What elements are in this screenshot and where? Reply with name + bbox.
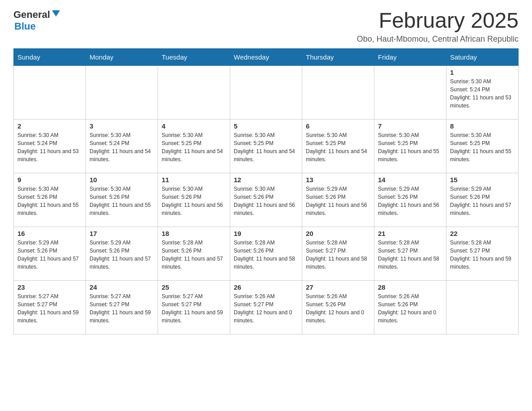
day-info: Sunrise: 5:27 AMSunset: 5:27 PMDaylight:… xyxy=(162,292,226,325)
day-info: Sunrise: 5:30 AMSunset: 5:24 PMDaylight:… xyxy=(90,131,154,163)
col-wednesday: Wednesday xyxy=(230,48,302,65)
table-row xyxy=(302,65,374,119)
table-row: 20Sunrise: 5:28 AMSunset: 5:27 PMDayligh… xyxy=(302,227,374,280)
table-row xyxy=(446,280,519,334)
day-info: Sunrise: 5:30 AMSunset: 5:25 PMDaylight:… xyxy=(450,131,515,163)
day-number: 15 xyxy=(450,176,515,184)
day-info: Sunrise: 5:27 AMSunset: 5:27 PMDaylight:… xyxy=(17,292,82,325)
table-row: 10Sunrise: 5:30 AMSunset: 5:26 PMDayligh… xyxy=(86,173,158,227)
table-row xyxy=(230,65,302,119)
calendar-table: Sunday Monday Tuesday Wednesday Thursday… xyxy=(13,48,519,334)
day-info: Sunrise: 5:27 AMSunset: 5:27 PMDaylight:… xyxy=(90,292,154,325)
day-number: 3 xyxy=(90,122,154,130)
day-info: Sunrise: 5:26 AMSunset: 5:27 PMDaylight:… xyxy=(234,292,298,325)
day-number: 28 xyxy=(378,283,442,291)
day-number: 16 xyxy=(17,230,82,237)
day-number: 21 xyxy=(378,230,442,237)
day-info: Sunrise: 5:30 AMSunset: 5:24 PMDaylight:… xyxy=(17,131,82,163)
table-row: 21Sunrise: 5:28 AMSunset: 5:27 PMDayligh… xyxy=(374,227,446,280)
table-row: 9Sunrise: 5:30 AMSunset: 5:26 PMDaylight… xyxy=(14,173,86,227)
day-number: 12 xyxy=(234,176,298,184)
day-info: Sunrise: 5:28 AMSunset: 5:27 PMDaylight:… xyxy=(378,239,442,271)
month-title: February 2025 xyxy=(357,9,519,33)
table-row: 17Sunrise: 5:29 AMSunset: 5:26 PMDayligh… xyxy=(86,227,158,280)
day-number: 14 xyxy=(378,176,442,184)
day-info: Sunrise: 5:29 AMSunset: 5:26 PMDaylight:… xyxy=(90,239,154,271)
calendar-week-row: 16Sunrise: 5:29 AMSunset: 5:26 PMDayligh… xyxy=(14,227,519,280)
col-sunday: Sunday xyxy=(14,48,86,65)
table-row: 15Sunrise: 5:29 AMSunset: 5:26 PMDayligh… xyxy=(446,173,519,227)
table-row: 11Sunrise: 5:30 AMSunset: 5:26 PMDayligh… xyxy=(158,173,230,227)
day-info: Sunrise: 5:29 AMSunset: 5:26 PMDaylight:… xyxy=(450,185,515,217)
day-number: 9 xyxy=(17,176,82,184)
table-row: 16Sunrise: 5:29 AMSunset: 5:26 PMDayligh… xyxy=(14,227,86,280)
day-info: Sunrise: 5:30 AMSunset: 5:26 PMDaylight:… xyxy=(90,185,154,217)
day-info: Sunrise: 5:29 AMSunset: 5:26 PMDaylight:… xyxy=(17,239,82,271)
day-number: 11 xyxy=(162,176,226,184)
day-info: Sunrise: 5:28 AMSunset: 5:26 PMDaylight:… xyxy=(162,239,226,271)
table-row: 27Sunrise: 5:26 AMSunset: 5:26 PMDayligh… xyxy=(302,280,374,334)
table-row: 5Sunrise: 5:30 AMSunset: 5:25 PMDaylight… xyxy=(230,119,302,173)
day-info: Sunrise: 5:28 AMSunset: 5:27 PMDaylight:… xyxy=(306,239,370,271)
table-row: 19Sunrise: 5:28 AMSunset: 5:26 PMDayligh… xyxy=(230,227,302,280)
day-info: Sunrise: 5:29 AMSunset: 5:26 PMDaylight:… xyxy=(378,185,442,217)
table-row xyxy=(14,65,86,119)
table-row: 23Sunrise: 5:27 AMSunset: 5:27 PMDayligh… xyxy=(14,280,86,334)
day-info: Sunrise: 5:30 AMSunset: 5:25 PMDaylight:… xyxy=(378,131,442,163)
day-number: 13 xyxy=(306,176,370,184)
calendar-week-row: 1Sunrise: 5:30 AMSunset: 5:24 PMDaylight… xyxy=(14,65,519,119)
title-section: February 2025 Obo, Haut-Mbomou, Central … xyxy=(357,9,519,44)
table-row xyxy=(86,65,158,119)
table-row: 18Sunrise: 5:28 AMSunset: 5:26 PMDayligh… xyxy=(158,227,230,280)
day-number: 4 xyxy=(162,122,226,130)
day-number: 5 xyxy=(234,122,298,130)
table-row: 14Sunrise: 5:29 AMSunset: 5:26 PMDayligh… xyxy=(374,173,446,227)
table-row: 12Sunrise: 5:30 AMSunset: 5:26 PMDayligh… xyxy=(230,173,302,227)
col-thursday: Thursday xyxy=(302,48,374,65)
table-row: 2Sunrise: 5:30 AMSunset: 5:24 PMDaylight… xyxy=(14,119,86,173)
table-row xyxy=(374,65,446,119)
col-friday: Friday xyxy=(374,48,446,65)
table-row: 25Sunrise: 5:27 AMSunset: 5:27 PMDayligh… xyxy=(158,280,230,334)
day-number: 26 xyxy=(234,283,298,291)
table-row: 26Sunrise: 5:26 AMSunset: 5:27 PMDayligh… xyxy=(230,280,302,334)
day-info: Sunrise: 5:30 AMSunset: 5:25 PMDaylight:… xyxy=(162,131,226,163)
day-number: 7 xyxy=(378,122,442,130)
table-row: 22Sunrise: 5:28 AMSunset: 5:27 PMDayligh… xyxy=(446,227,519,280)
day-number: 23 xyxy=(17,283,82,291)
col-saturday: Saturday xyxy=(446,48,519,65)
table-row: 1Sunrise: 5:30 AMSunset: 5:24 PMDaylight… xyxy=(446,65,519,119)
calendar-header-row: Sunday Monday Tuesday Wednesday Thursday… xyxy=(14,48,519,65)
table-row: 28Sunrise: 5:26 AMSunset: 5:26 PMDayligh… xyxy=(374,280,446,334)
table-row: 4Sunrise: 5:30 AMSunset: 5:25 PMDaylight… xyxy=(158,119,230,173)
table-row: 24Sunrise: 5:27 AMSunset: 5:27 PMDayligh… xyxy=(86,280,158,334)
day-number: 27 xyxy=(306,283,370,291)
calendar-week-row: 9Sunrise: 5:30 AMSunset: 5:26 PMDaylight… xyxy=(14,173,519,227)
col-tuesday: Tuesday xyxy=(158,48,230,65)
day-info: Sunrise: 5:30 AMSunset: 5:24 PMDaylight:… xyxy=(450,77,515,110)
table-row: 3Sunrise: 5:30 AMSunset: 5:24 PMDaylight… xyxy=(86,119,158,173)
day-info: Sunrise: 5:30 AMSunset: 5:25 PMDaylight:… xyxy=(234,131,298,163)
day-number: 2 xyxy=(17,122,82,130)
day-number: 6 xyxy=(306,122,370,130)
day-number: 19 xyxy=(234,230,298,237)
day-number: 17 xyxy=(90,230,154,237)
day-number: 25 xyxy=(162,283,226,291)
day-info: Sunrise: 5:29 AMSunset: 5:26 PMDaylight:… xyxy=(306,185,370,217)
day-number: 8 xyxy=(450,122,515,130)
logo-blue-text: Blue xyxy=(14,21,36,32)
day-info: Sunrise: 5:28 AMSunset: 5:27 PMDaylight:… xyxy=(450,239,515,271)
day-number: 24 xyxy=(90,283,154,291)
day-info: Sunrise: 5:30 AMSunset: 5:26 PMDaylight:… xyxy=(17,185,82,217)
day-number: 10 xyxy=(90,176,154,184)
table-row: 7Sunrise: 5:30 AMSunset: 5:25 PMDaylight… xyxy=(374,119,446,173)
col-monday: Monday xyxy=(86,48,158,65)
table-row: 6Sunrise: 5:30 AMSunset: 5:25 PMDaylight… xyxy=(302,119,374,173)
day-number: 18 xyxy=(162,230,226,237)
day-number: 1 xyxy=(450,68,515,76)
day-number: 20 xyxy=(306,230,370,237)
day-info: Sunrise: 5:30 AMSunset: 5:26 PMDaylight:… xyxy=(162,185,226,217)
calendar-week-row: 23Sunrise: 5:27 AMSunset: 5:27 PMDayligh… xyxy=(14,280,519,334)
calendar-week-row: 2Sunrise: 5:30 AMSunset: 5:24 PMDaylight… xyxy=(14,119,519,173)
logo-arrow-icon xyxy=(52,10,60,18)
